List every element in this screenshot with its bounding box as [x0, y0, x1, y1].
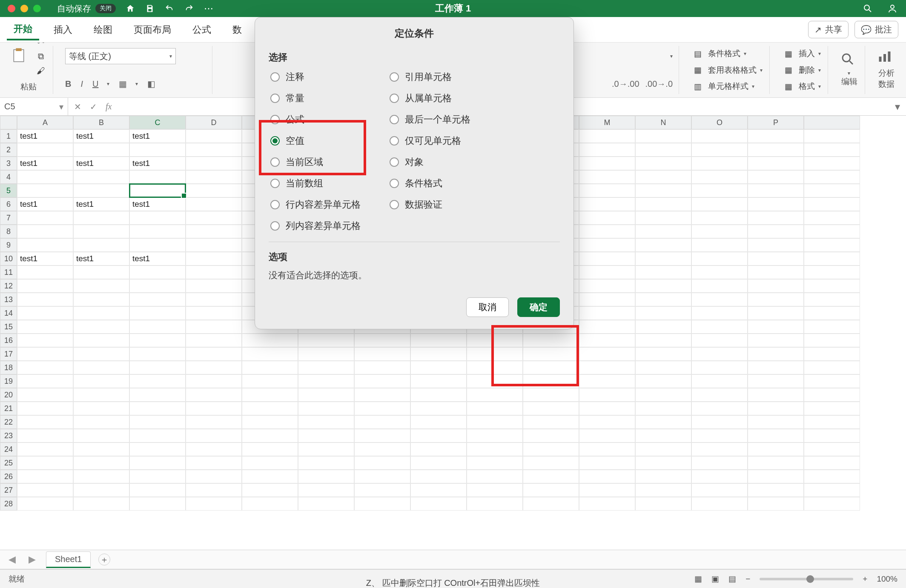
zoom-out-button[interactable]: − — [745, 574, 750, 584]
cell[interactable] — [635, 197, 691, 211]
cell[interactable] — [691, 129, 748, 143]
cell[interactable] — [804, 388, 860, 402]
sheet-tab-active[interactable]: Sheet1 — [46, 551, 91, 568]
row-header[interactable]: 15 — [0, 320, 17, 334]
cell[interactable] — [298, 361, 354, 374]
column-header[interactable]: O — [691, 116, 748, 129]
row-header[interactable]: 8 — [0, 225, 17, 238]
cell[interactable] — [467, 388, 523, 402]
radio-option[interactable]: 注释 — [269, 70, 362, 84]
fill-color-button[interactable]: ◧ — [147, 79, 155, 89]
row-header[interactable]: 27 — [0, 483, 17, 497]
fx-icon[interactable]: fx — [106, 102, 112, 111]
cell[interactable] — [748, 238, 804, 252]
cell[interactable] — [186, 497, 242, 511]
row-header[interactable]: 13 — [0, 293, 17, 306]
account-icon[interactable] — [886, 3, 898, 14]
cell[interactable] — [242, 361, 298, 374]
radio-option[interactable]: 行内容差异单元格 — [269, 197, 362, 212]
cell[interactable] — [17, 456, 73, 470]
cell[interactable] — [186, 470, 242, 483]
cell[interactable] — [748, 429, 804, 442]
row-header[interactable]: 10 — [0, 252, 17, 265]
cell[interactable] — [635, 361, 691, 374]
cell[interactable] — [129, 265, 186, 279]
cell[interactable] — [73, 265, 129, 279]
cell[interactable] — [129, 293, 186, 306]
row-header[interactable]: 17 — [0, 347, 17, 361]
cell[interactable] — [579, 361, 635, 374]
cell[interactable] — [579, 265, 635, 279]
cell[interactable] — [186, 429, 242, 442]
borders-button[interactable]: ▦ — [119, 79, 127, 89]
column-header[interactable]: C — [129, 116, 186, 129]
cell[interactable] — [804, 374, 860, 388]
cell[interactable] — [579, 497, 635, 511]
cell[interactable] — [635, 374, 691, 388]
close-window-button[interactable] — [8, 5, 15, 12]
cell[interactable] — [748, 279, 804, 293]
cell[interactable] — [186, 320, 242, 334]
name-box[interactable]: C5 ▾ — [0, 98, 68, 115]
cell[interactable] — [579, 402, 635, 415]
cell[interactable] — [748, 374, 804, 388]
cell[interactable] — [73, 279, 129, 293]
conditional-format-button[interactable]: ▤条件格式▾ — [691, 46, 763, 61]
cell[interactable] — [73, 306, 129, 320]
radio-option[interactable]: 数据验证 — [388, 197, 472, 212]
cell[interactable] — [186, 483, 242, 497]
cell[interactable] — [748, 293, 804, 306]
row-header[interactable]: 6 — [0, 197, 17, 211]
column-header[interactable]: A — [17, 116, 73, 129]
cell[interactable] — [635, 252, 691, 265]
row-header[interactable]: 12 — [0, 279, 17, 293]
cell[interactable] — [748, 129, 804, 143]
cell[interactable] — [186, 388, 242, 402]
row-header[interactable]: 11 — [0, 265, 17, 279]
cell[interactable] — [748, 252, 804, 265]
cell[interactable] — [635, 429, 691, 442]
tab-formulas[interactable]: 公式 — [186, 20, 218, 40]
cell[interactable] — [804, 279, 860, 293]
column-header[interactable] — [804, 116, 860, 129]
cell[interactable] — [691, 347, 748, 361]
cell[interactable] — [242, 347, 298, 361]
italic-button[interactable]: I — [80, 79, 83, 89]
cell[interactable] — [748, 184, 804, 197]
cell[interactable] — [691, 170, 748, 184]
cell[interactable] — [242, 388, 298, 402]
cell[interactable] — [691, 320, 748, 334]
cell[interactable] — [635, 347, 691, 361]
increase-decimal-button[interactable]: .00→.0 — [645, 79, 673, 89]
cell[interactable] — [579, 211, 635, 225]
number-format-dropdown[interactable]: ▾ — [670, 53, 673, 59]
cell[interactable] — [186, 252, 242, 265]
cell[interactable] — [635, 157, 691, 170]
row-header[interactable]: 1 — [0, 129, 17, 143]
cell[interactable] — [579, 129, 635, 143]
cell[interactable] — [17, 442, 73, 456]
cell[interactable] — [523, 361, 579, 374]
cell[interactable] — [467, 415, 523, 429]
cell[interactable] — [467, 374, 523, 388]
more-icon[interactable]: ⋯ — [203, 3, 215, 14]
cancel-button[interactable]: 取消 — [466, 297, 509, 317]
autosave-toggle[interactable]: 自动保存 关闭 — [57, 3, 116, 14]
cell[interactable] — [748, 170, 804, 184]
cell[interactable] — [748, 197, 804, 211]
cell[interactable] — [748, 456, 804, 470]
tab-insert[interactable]: 插入 — [47, 20, 79, 40]
cell[interactable] — [804, 415, 860, 429]
cell[interactable] — [748, 143, 804, 157]
format-cells-button[interactable]: ▦格式▾ — [782, 79, 822, 94]
row-header[interactable]: 22 — [0, 415, 17, 429]
cell[interactable] — [804, 402, 860, 415]
cell[interactable] — [186, 334, 242, 347]
cell[interactable] — [804, 170, 860, 184]
cell[interactable]: test1 — [129, 129, 186, 143]
cell[interactable] — [354, 415, 410, 429]
cell[interactable] — [579, 415, 635, 429]
cell[interactable] — [691, 483, 748, 497]
cell[interactable] — [691, 157, 748, 170]
font-family-select[interactable]: 等线 (正文) ▾ — [65, 48, 176, 64]
